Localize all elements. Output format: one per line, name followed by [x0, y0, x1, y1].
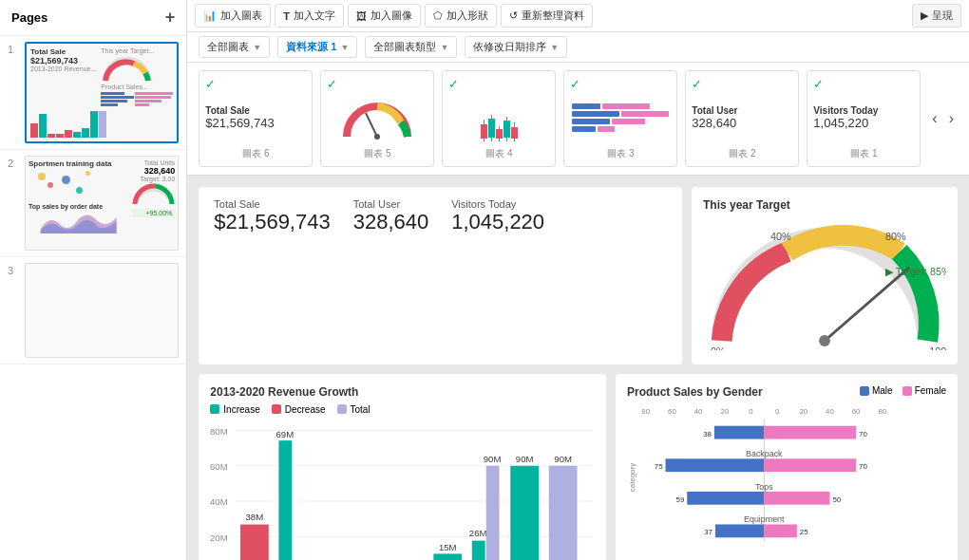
- add-chart-button[interactable]: 📊 加入圖表: [195, 4, 271, 28]
- refresh-button[interactable]: ↺ 重新整理資料: [501, 4, 593, 28]
- kpi-visitors-value: 1,045,220: [451, 210, 544, 234]
- main-content: 📊 加入圖表 T 加入文字 🖼 加入圖像 ⬠ 加入形狀 ↺ 重新整理資料: [187, 0, 969, 560]
- kpi-total-sale-label: Total Sale: [214, 198, 330, 210]
- gallery-check-6: ✓: [205, 77, 216, 91]
- add-chart-label: 加入圖表: [220, 9, 262, 23]
- svg-text:80: 80: [878, 407, 886, 416]
- legend-total: Total: [337, 404, 370, 415]
- svg-text:70: 70: [859, 429, 867, 438]
- source-chevron: ▼: [340, 43, 349, 52]
- svg-text:75: 75: [655, 462, 663, 471]
- svg-text:40M: 40M: [210, 496, 228, 507]
- gallery-next-button[interactable]: ›: [945, 106, 958, 131]
- sidebar: Pages + 1 Total Sale $21,569,743 2013-20…: [0, 0, 187, 560]
- thumb-units-value: 328,640: [132, 166, 175, 176]
- add-text-button[interactable]: T 加入文字: [275, 4, 344, 28]
- add-shape-icon: ⬠: [433, 9, 443, 22]
- svg-text:40%: 40%: [770, 231, 791, 242]
- add-shape-button[interactable]: ⬠ 加入形狀: [425, 4, 497, 28]
- gallery-item-2[interactable]: ✓ Total User 328,640 圖表 2: [685, 70, 799, 167]
- svg-text:Backpack: Backpack: [746, 449, 783, 458]
- legend-decrease-label: Decrease: [285, 404, 326, 415]
- svg-text:60: 60: [668, 407, 676, 416]
- thumb-gauge-icon: [101, 54, 153, 83]
- kpi-total-user-value: 328,640: [353, 210, 429, 234]
- pages-list: 1 Total Sale $21,569,743 2013-2020 Reven…: [0, 36, 186, 560]
- add-chart-icon: 📊: [203, 9, 217, 22]
- svg-text:Equipment: Equipment: [744, 514, 785, 524]
- thumb-gauge2-icon: [132, 182, 175, 206]
- page-item-3[interactable]: 3: [0, 257, 186, 364]
- gauge-section: This year Target 0%: [692, 187, 958, 364]
- gallery-item-6[interactable]: ✓ Total Sale $21,569,743 圖表 6: [199, 70, 313, 167]
- gallery-item-5[interactable]: ✓ 圖表 5: [320, 70, 434, 167]
- svg-rect-40: [472, 540, 485, 560]
- view-button[interactable]: ▶ 呈現: [912, 4, 961, 28]
- page-number-3: 3: [8, 263, 19, 276]
- gallery-label-6: 圖表 6: [205, 147, 306, 160]
- page-item-1[interactable]: 1 Total Sale $21,569,743 2013-2020 Reven…: [0, 36, 186, 150]
- legend-increase-label: Increase: [223, 404, 259, 415]
- gallery-check-1: ✓: [813, 77, 824, 91]
- svg-rect-75: [764, 492, 829, 505]
- kpi-row: Total Sale $21,569,743 Total User 328,64…: [214, 198, 667, 240]
- svg-rect-42: [486, 466, 500, 560]
- page-item-2[interactable]: 2 Sportmen training data: [0, 150, 186, 257]
- svg-text:69M: 69M: [276, 429, 294, 439]
- chart-type-chevron: ▼: [440, 43, 448, 52]
- all-charts-filter[interactable]: 全部圖表 ▼: [199, 36, 270, 58]
- gallery-thumb-2: Total User 328,640: [692, 91, 792, 143]
- gallery-label-1: 圖表 1: [813, 147, 914, 160]
- revenue-title: 2013-2020 Revenue Growth: [210, 385, 595, 399]
- view-label: 呈現: [932, 9, 953, 23]
- revenue-chart-svg: 80M 60M 40M 20M 0M 38M: [210, 422, 595, 560]
- svg-text:50: 50: [832, 495, 841, 504]
- svg-text:90M: 90M: [555, 453, 573, 463]
- legend-increase: Increase: [210, 404, 259, 415]
- product-legend-male: Male: [860, 385, 893, 396]
- source-label: 資料來源 1: [286, 40, 336, 54]
- source-filter[interactable]: 資料來源 1 ▼: [277, 36, 357, 58]
- sort-filter[interactable]: 依修改日期排序 ▼: [465, 36, 567, 58]
- female-legend-label: Female: [915, 385, 946, 396]
- gallery-item-3[interactable]: ✓ 圖表 3: [563, 70, 677, 167]
- add-page-button[interactable]: +: [165, 8, 176, 28]
- svg-point-1: [374, 134, 380, 140]
- svg-text:100%: 100%: [929, 345, 946, 350]
- kpi-visitors: Visitors Today 1,045,220: [451, 198, 544, 234]
- svg-rect-78: [715, 524, 764, 537]
- chart-type-filter[interactable]: 全部圖表類型 ▼: [365, 36, 457, 58]
- gallery-label-5: 圖表 5: [327, 147, 428, 160]
- gallery-item-1[interactable]: ✓ Visitors Today 1,045,220 圖表 1: [807, 70, 921, 167]
- svg-text:60M: 60M: [210, 461, 228, 472]
- app-container: Pages + 1 Total Sale $21,569,743 2013-20…: [0, 0, 969, 560]
- legend-total-dot: [337, 404, 347, 414]
- svg-rect-73: [687, 492, 764, 505]
- svg-text:40: 40: [826, 407, 834, 416]
- gauge-svg: 0% 40% 80% 100% ▶ Target: 85% 78%: [703, 219, 946, 350]
- gallery-prev-button[interactable]: ‹: [928, 106, 940, 131]
- svg-text:0%: 0%: [711, 345, 726, 350]
- svg-text:40: 40: [694, 407, 703, 416]
- mini-gauge-svg: [339, 94, 415, 141]
- female-legend-dot: [902, 386, 912, 396]
- dashboard: Total Sale $21,569,743 Total User 328,64…: [187, 176, 969, 560]
- svg-text:90M: 90M: [516, 453, 534, 463]
- thumb-sportsmen-label: Sportmen training data: [28, 159, 128, 168]
- refresh-label: 重新整理資料: [522, 9, 584, 23]
- gallery-value-2: 328,640: [692, 116, 736, 130]
- legend-increase-dot: [210, 404, 219, 414]
- page-number-1: 1: [8, 42, 19, 55]
- add-image-button[interactable]: 🖼 加入圖像: [348, 4, 421, 28]
- male-legend-dot: [860, 386, 869, 396]
- gallery-label-3: 圖表 3: [570, 147, 671, 160]
- thumb-topsales-label: Top sales by order date: [28, 203, 128, 210]
- gallery-title-1: Visitors Today: [813, 105, 878, 116]
- svg-rect-48: [549, 466, 578, 560]
- gallery-item-4[interactable]: ✓ 圖表 4: [442, 70, 556, 167]
- svg-text:15M: 15M: [439, 542, 457, 552]
- thumb-total-sale-label: Total Sale: [30, 47, 97, 56]
- page-number-2: 2: [8, 156, 19, 169]
- svg-rect-23: [279, 440, 293, 560]
- svg-rect-63: [714, 426, 764, 439]
